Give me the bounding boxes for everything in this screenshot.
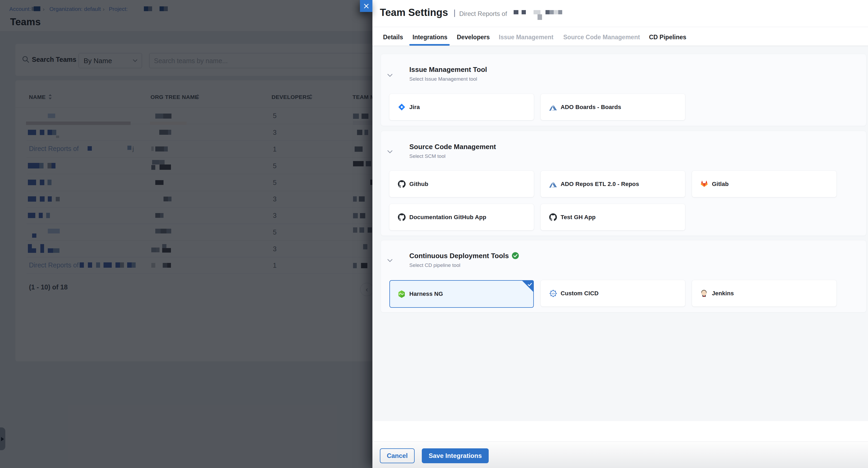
svg-text:</>: </> (551, 292, 555, 295)
